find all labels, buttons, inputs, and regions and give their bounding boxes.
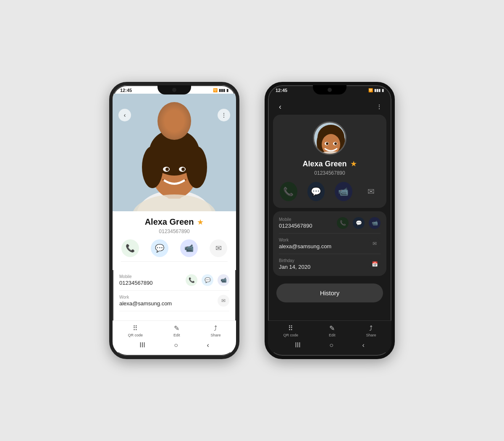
screen-light: ‹ ⋮ Alexa Green ★ 01234567890 📞 💬 📹 ✉ Mo… <box>113 94 236 352</box>
mobile-actions-dark: 📞 💬 📹 <box>337 217 381 229</box>
birthday-actions-dark: 📅 <box>369 258 381 270</box>
birthday-value-dark[interactable]: Jan 14, 2020 <box>279 264 381 270</box>
contact-name-light: Alexa Green <box>145 217 194 227</box>
share-label-dark: Share <box>366 333 376 337</box>
mobile-msg-btn[interactable]: 💬 <box>202 274 213 286</box>
contact-phone-dark[interactable]: 01234567890 <box>280 170 380 176</box>
video-button-light[interactable]: 📹 <box>180 239 198 257</box>
back-sys-btn-dark[interactable]: ‹ <box>362 341 364 349</box>
history-button-dark[interactable]: History <box>276 284 383 302</box>
wifi-icon: 🛜 <box>213 88 218 92</box>
work-value-dark[interactable]: alexa@samsung.com <box>279 243 381 249</box>
contact-name-row-light: Alexa Green ★ <box>121 217 228 227</box>
work-mail-btn[interactable]: ✉ <box>218 295 229 307</box>
mobile-call-btn-dark[interactable]: 📞 <box>337 217 349 229</box>
bottom-nav-items-light: ⠿ QR code ✎ Edit ⤴ Share <box>113 324 236 337</box>
battery-icon: ▮ <box>226 88 228 92</box>
svg-point-6 <box>186 146 207 188</box>
recent-btn-light[interactable]: III <box>139 341 145 349</box>
work-value-light[interactable]: alexa@samsung.com <box>119 300 229 307</box>
back-button-dark[interactable]: ‹ <box>274 100 286 113</box>
share-icon-dark: ⤴ <box>369 325 373 332</box>
contact-phone-light[interactable]: 01234567890 <box>121 228 228 234</box>
contact-name-dark: Alexa Green <box>302 160 346 168</box>
edit-icon-dark: ✎ <box>329 324 335 332</box>
contact-area-light: Alexa Green ★ 01234567890 📞 💬 📹 ✉ <box>113 211 236 270</box>
work-actions-light: ✉ <box>218 295 229 307</box>
mobile-call-btn[interactable]: 📞 <box>186 274 197 286</box>
details-section-light: Mobile 01234567890 📞 💬 📹 Work alexa@sams… <box>113 270 236 311</box>
work-mail-btn-dark[interactable]: ✉ <box>369 238 381 249</box>
svg-point-22 <box>314 151 346 155</box>
back-sys-btn-light[interactable]: ‹ <box>207 341 209 349</box>
call-button-dark[interactable]: 📞 <box>280 182 297 201</box>
mail-button-light[interactable]: ✉ <box>210 239 227 257</box>
svg-point-9 <box>165 168 169 171</box>
mobile-video-btn-dark[interactable]: 📹 <box>369 217 381 229</box>
menu-button-dark[interactable]: ⋮ <box>373 100 386 113</box>
qr-label-light: QR code <box>128 333 143 337</box>
message-button-dark[interactable]: 💬 <box>307 182 325 201</box>
back-button-light[interactable]: ‹ <box>118 109 131 121</box>
system-nav-light: III ○ ‹ <box>113 340 236 351</box>
call-button-light[interactable]: 📞 <box>121 239 139 257</box>
action-icons-row-light: 📞 💬 📹 ✉ <box>121 239 228 262</box>
mobile-video-btn[interactable]: 📹 <box>218 274 229 286</box>
mail-button-dark[interactable]: ✉ <box>362 182 380 201</box>
mobile-row-dark: Mobile 01234567890 📞 💬 📹 <box>279 213 381 234</box>
light-phone: 12:45 🛜 ▮▮▮ ▮ <box>109 82 239 359</box>
status-icons-dark: 🛜 ▮▮▮ ▮ <box>368 88 384 92</box>
qr-code-btn-light[interactable]: ⠿ QR code <box>128 324 143 337</box>
edit-btn-light[interactable]: ✎ Edit <box>173 324 180 337</box>
mobile-msg-btn-dark[interactable]: 💬 <box>353 217 365 229</box>
edit-label-light: Edit <box>173 333 180 337</box>
qr-icon-dark: ⠿ <box>288 324 293 332</box>
action-bar-light: ‹ ⋮ <box>113 105 236 125</box>
mobile-row-light: Mobile 01234567890 📞 💬 📹 <box>119 270 229 291</box>
share-label-light: Share <box>210 333 220 337</box>
bottom-nav-light: ⠿ QR code ✎ Edit ⤴ Share III ○ ‹ <box>113 320 236 352</box>
work-actions-dark: ✉ <box>369 238 381 249</box>
dark-phone: 12:45 🛜 ▮▮▮ ▮ ‹ ⋮ <box>265 82 395 359</box>
star-icon-light[interactable]: ★ <box>197 218 204 227</box>
home-btn-light[interactable]: ○ <box>174 341 178 349</box>
qr-label-dark: QR code <box>283 333 298 337</box>
signal-icon: ▮▮▮ <box>219 88 225 92</box>
system-nav-dark: III ○ ‹ <box>268 340 391 351</box>
star-icon-dark[interactable]: ★ <box>350 159 357 168</box>
birthday-label-dark: Birthday <box>279 258 381 263</box>
bottom-nav-dark: ⠿ QR code ✎ Edit ⤴ Share III ○ ‹ <box>268 320 391 352</box>
video-button-dark[interactable]: 📹 <box>335 182 352 201</box>
recent-btn-dark[interactable]: III <box>295 341 300 349</box>
share-btn-dark[interactable]: ⤴ Share <box>366 325 376 337</box>
contact-name-row-dark: Alexa Green ★ <box>280 159 380 168</box>
edit-btn-dark[interactable]: ✎ Edit <box>329 324 336 337</box>
work-label-light: Work <box>119 295 229 299</box>
avatar-dark <box>313 121 346 155</box>
screen-dark: Alexa Green ★ 01234567890 📞 💬 📹 ✉ Mobile… <box>268 94 391 352</box>
qr-icon-light: ⠿ <box>133 324 138 332</box>
mobile-actions-light: 📞 💬 📹 <box>186 274 229 286</box>
bottom-nav-items-dark: ⠿ QR code ✎ Edit ⤴ Share <box>268 324 391 337</box>
edit-icon-light: ✎ <box>174 324 179 332</box>
message-button-light[interactable]: 💬 <box>151 239 168 257</box>
share-btn-light[interactable]: ⤴ Share <box>210 325 220 337</box>
birthday-row-dark: Birthday Jan 14, 2020 📅 <box>279 254 381 274</box>
camera-dot <box>172 88 176 92</box>
camera-dot-dark <box>328 88 332 92</box>
birthday-cal-btn-dark[interactable]: 📅 <box>369 258 381 270</box>
svg-point-21 <box>334 142 337 145</box>
home-btn-dark[interactable]: ○ <box>329 341 333 349</box>
menu-button-light[interactable]: ⋮ <box>218 109 230 121</box>
work-row-dark: Work alexa@samsung.com ✉ <box>279 234 381 254</box>
svg-point-5 <box>142 146 163 188</box>
svg-point-10 <box>181 168 185 171</box>
avatar-svg <box>314 123 346 155</box>
contact-card-dark: Alexa Green ★ 01234567890 📞 💬 📹 ✉ <box>273 115 386 208</box>
share-icon-light: ⤴ <box>214 325 217 332</box>
work-row-light: Work alexa@samsung.com ✉ <box>119 291 229 311</box>
qr-code-btn-dark[interactable]: ⠿ QR code <box>283 324 298 337</box>
battery-icon-dark: ▮ <box>382 88 384 92</box>
action-bar-dark: ‹ ⋮ <box>268 97 391 116</box>
wifi-icon-dark: 🛜 <box>368 88 373 92</box>
